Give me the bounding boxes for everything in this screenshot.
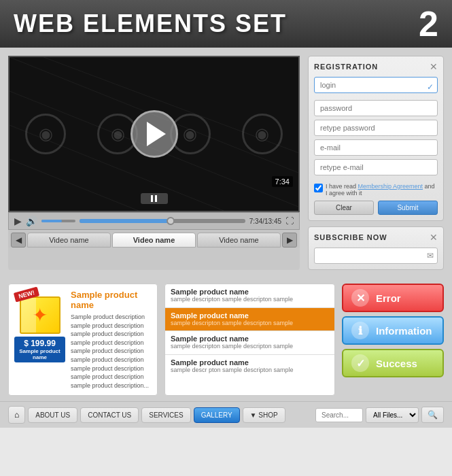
registration-close-button[interactable]: ✕ [430, 62, 438, 71]
product-description: Sample product description sample produc… [71, 313, 152, 390]
nav-shop[interactable]: ▼ SHOP [243, 407, 285, 423]
registration-header: REGISTRATION ✕ [314, 62, 438, 71]
pause-bar-2 [155, 195, 157, 202]
product-list-desc-3: sample descripton sample descripton samp… [171, 343, 329, 351]
product-list-item-2[interactable]: Sample product name sample descripton sa… [165, 308, 334, 332]
subscribe-input-row: ✉ [314, 248, 438, 264]
play-icon [147, 122, 166, 146]
product-box: ✦ [20, 296, 60, 334]
search-input[interactable] [315, 408, 363, 422]
nav-gallery[interactable]: GALLERY [194, 407, 240, 423]
subscribe-panel: SUBSCRIBE NOW ✕ ✉ [308, 226, 444, 270]
agreement-text: I have read Membership Agreement and I a… [326, 183, 438, 197]
volume-button[interactable]: 🔊 [26, 216, 37, 226]
tab-next-arrow[interactable]: ▶ [282, 233, 297, 248]
subscribe-header: SUBSCRIBE NOW ✕ [314, 233, 438, 242]
error-icon: ✕ [351, 289, 369, 307]
login-field-row: ✓ [314, 77, 438, 97]
play-pause-button[interactable]: ▶ [14, 216, 22, 226]
time-badge: 7:34 [272, 176, 293, 187]
submit-button[interactable]: Submit [378, 201, 438, 215]
volume-fill [41, 220, 62, 222]
play-button[interactable] [131, 110, 178, 158]
home-button[interactable]: ⌂ [8, 406, 25, 424]
svg-line-4 [10, 159, 145, 211]
right-column: REGISTRATION ✕ ✓ I have read Membership … [308, 56, 444, 270]
search-button[interactable]: 🔍 [421, 407, 444, 423]
mail-icon: ✉ [427, 251, 434, 260]
main-area: ◉ ◉ ◉ ◉ 7:34 [0, 48, 452, 278]
subscribe-close-button[interactable]: ✕ [430, 233, 438, 242]
product-list-item-3[interactable]: Sample product name sample descripton sa… [165, 331, 334, 355]
success-icon: ✓ [351, 354, 369, 372]
footer-nav: ⌂ ABOUT US CONTACT US SERVICES GALLERY ▼… [0, 401, 452, 428]
pause-bar-1 [151, 195, 153, 202]
login-input[interactable] [314, 77, 438, 93]
subscribe-email-input[interactable] [314, 248, 438, 264]
product-list-desc-4: sample descr pton sample descripton samp… [171, 367, 329, 375]
video-controls: ▶ 🔊 7:34/13:45 ⛶ [8, 212, 300, 230]
clear-button[interactable]: Clear [314, 201, 374, 215]
video-tab-1[interactable]: Video name [27, 233, 111, 248]
product-list-desc-1: sample descripton sample descripton samp… [171, 296, 329, 304]
header-number: 2 [419, 6, 438, 41]
success-button[interactable]: ✓ Success [342, 349, 444, 377]
fullscreen-button[interactable]: ⛶ [285, 216, 294, 226]
video-tabs: ◀ Video name Video name Video name ▶ [8, 230, 300, 248]
product-list-name-3: Sample product name [171, 335, 329, 343]
retype-email-input[interactable] [314, 159, 438, 175]
product-main-name: Sample product name [71, 290, 152, 310]
price-tag: $ 199.99 Sample product name [14, 337, 65, 362]
seek-bar[interactable] [80, 219, 245, 223]
search-icon: 🔍 [428, 410, 438, 420]
price-value: $ 199.99 [18, 339, 61, 348]
product-list: Sample product name sample descripton sa… [164, 284, 335, 396]
all-files-select[interactable]: All Files... [366, 407, 419, 423]
seek-thumb [167, 217, 175, 225]
main-product-card: NEW! ✦ $ 199.99 Sample product name Samp… [8, 284, 158, 396]
agreement-checkbox[interactable] [314, 184, 323, 192]
pause-icon [151, 195, 157, 202]
search-area: All Files... 🔍 [315, 407, 444, 423]
info-icon: ℹ [351, 322, 369, 339]
success-label: Success [376, 358, 417, 369]
volume-bar[interactable] [41, 220, 75, 222]
product-image-area: NEW! ✦ $ 199.99 Sample product name [14, 290, 65, 390]
nav-about-us[interactable]: ABOUT US [28, 407, 77, 423]
email-input[interactable] [314, 139, 438, 156]
video-section: ◉ ◉ ◉ ◉ 7:34 [8, 56, 300, 270]
error-label: Error [376, 292, 401, 304]
subscribe-title: SUBSCRIBE NOW [314, 233, 387, 241]
nav-services[interactable]: SERVICES [141, 407, 190, 423]
membership-agreement-link[interactable]: Membership Agreement [358, 183, 423, 190]
video-tab-3[interactable]: Video name [197, 233, 281, 248]
home-icon: ⌂ [14, 410, 19, 420]
product-section: NEW! ✦ $ 199.99 Sample product name Samp… [0, 278, 452, 401]
product-list-item-4[interactable]: Sample product name sample descr pton sa… [165, 355, 334, 378]
page-title: WEB ELEMENTS SET [14, 10, 287, 38]
registration-buttons: Clear Submit [314, 201, 438, 215]
error-button[interactable]: ✕ Error [342, 284, 444, 312]
registration-title: REGISTRATION [314, 63, 378, 71]
product-list-name-4: Sample product name [171, 358, 329, 367]
retype-password-input[interactable] [314, 120, 438, 136]
product-list-desc-2: sample descripton sample descripton samp… [171, 320, 329, 328]
product-info: Sample product name Sample product descr… [71, 290, 152, 390]
video-tab-2[interactable]: Video name [112, 233, 196, 248]
pause-indicator [141, 193, 168, 204]
product-list-name-2: Sample product name [171, 311, 329, 320]
video-player[interactable]: ◉ ◉ ◉ ◉ 7:34 [8, 56, 300, 212]
product-list-item-1[interactable]: Sample product name sample descripton sa… [165, 284, 334, 308]
nav-contact-us[interactable]: CONTACT US [80, 407, 139, 423]
page-header: WEB ELEMENTS SET 2 [0, 0, 452, 48]
product-list-name-1: Sample product name [171, 288, 329, 296]
registration-panel: REGISTRATION ✕ ✓ I have read Membership … [308, 56, 444, 221]
info-label: Information [376, 325, 432, 337]
info-button[interactable]: ℹ Information [342, 316, 444, 345]
product-box-shine [21, 298, 36, 333]
seek-fill [80, 219, 171, 223]
notification-buttons: ✕ Error ℹ Information ✓ Success [342, 284, 444, 396]
agreement-row: I have read Membership Agreement and I a… [314, 183, 438, 197]
tab-prev-arrow[interactable]: ◀ [11, 233, 26, 248]
password-input[interactable] [314, 100, 438, 116]
